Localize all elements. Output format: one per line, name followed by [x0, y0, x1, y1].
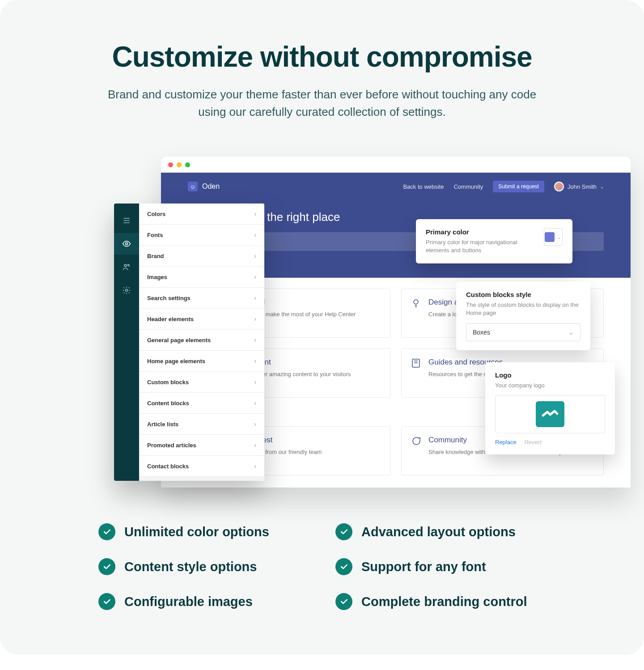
svg-point-4	[124, 264, 127, 267]
sidebar-item-label: Content blocks	[147, 400, 189, 407]
chevron-down-icon: ⌄	[557, 234, 561, 240]
lightbulb-icon	[411, 298, 421, 309]
sidebar-item-custom-blocks[interactable]: Custom blocks›	[139, 372, 264, 393]
logo-preview	[495, 395, 605, 433]
chevron-right-icon: ›	[254, 441, 256, 449]
sidebar-item-label: General page elements	[147, 337, 211, 343]
check-icon	[335, 558, 352, 575]
nav-back[interactable]: Back to website	[403, 183, 444, 190]
feature-item: Content style options	[98, 558, 309, 575]
feature-text: Content style options	[124, 560, 257, 574]
setting-title: Primary color	[426, 228, 537, 236]
chevron-right-icon: ›	[254, 252, 256, 259]
setting-title: Logo	[495, 371, 605, 379]
setting-desc: Your company logo	[495, 382, 605, 390]
sidebar-item-article-lists[interactable]: Article lists›	[139, 414, 264, 435]
chevron-right-icon: ›	[254, 357, 256, 365]
check-icon	[98, 523, 115, 540]
browser-chrome	[161, 157, 631, 173]
nav-community[interactable]: Community	[453, 183, 483, 190]
sidebar-item-label: Search settings	[147, 295, 191, 301]
rail-menu-icon[interactable]	[114, 210, 139, 231]
submit-request-button[interactable]: Submit a request	[493, 181, 544, 192]
check-icon	[98, 593, 115, 610]
svg-point-5	[128, 264, 129, 266]
check-icon	[335, 593, 352, 610]
color-picker-button[interactable]: ⌄	[544, 228, 563, 246]
select-value: Boxes	[473, 329, 490, 336]
sidebar-item-label: Article lists	[147, 421, 178, 428]
sidebar-item-label: Images	[147, 274, 167, 280]
svg-point-6	[126, 289, 128, 292]
sidebar-item-home-page-elements[interactable]: Home page elements›	[139, 351, 264, 372]
custom-blocks-select[interactable]: Boxes ⌄	[466, 323, 580, 341]
page-title: Customize without compromise	[45, 40, 599, 73]
sidebar-item-header-elements[interactable]: Header elements›	[139, 309, 264, 330]
sidebar-item-label: Brand	[147, 253, 164, 259]
settings-rail	[114, 204, 139, 481]
brand-logo-icon: ☺	[188, 182, 198, 191]
chevron-down-icon[interactable]: ⌄	[600, 184, 604, 189]
sidebar-item-content-blocks[interactable]: Content blocks›	[139, 393, 264, 414]
brand[interactable]: ☺ Oden	[188, 182, 220, 191]
sidebar-item-images[interactable]: Images›	[139, 267, 264, 288]
check-icon	[98, 558, 115, 575]
feature-item: Complete branding control	[335, 593, 546, 610]
feature-text: Configurable images	[124, 594, 253, 609]
sidebar-item-contact-blocks[interactable]: Contact blocks›	[139, 456, 264, 477]
chevron-right-icon: ›	[254, 420, 256, 428]
sidebar-item-search-settings[interactable]: Search settings›	[139, 288, 264, 309]
feature-text: Unlimited color options	[124, 525, 269, 539]
rail-eye-icon[interactable]	[114, 233, 139, 254]
rail-users-icon[interactable]	[114, 256, 139, 278]
feature-text: Complete branding control	[361, 594, 527, 609]
chevron-right-icon: ›	[254, 210, 256, 217]
book-icon	[411, 358, 421, 369]
custom-blocks-setting: Custom blocks style The style of custom …	[456, 282, 590, 350]
chevron-down-icon: ⌄	[568, 329, 574, 336]
chat-icon	[411, 436, 421, 446]
setting-desc: Primary color for major navigational ele…	[426, 238, 537, 254]
check-icon	[335, 523, 352, 540]
sidebar-item-brand[interactable]: Brand›	[139, 246, 264, 267]
sidebar-item-label: Header elements	[147, 316, 194, 322]
sidebar-item-promoted-articles[interactable]: Promoted articles›	[139, 435, 264, 456]
sidebar-item-label: Home page elements	[147, 358, 205, 365]
logo-setting: Logo Your company logo Replace Revert	[485, 362, 615, 454]
page-subtitle: Brand and customize your theme faster th…	[94, 86, 550, 121]
logo-replace-button[interactable]: Replace	[495, 439, 517, 445]
sidebar-item-general-page-elements[interactable]: General page elements›	[139, 330, 264, 351]
window-close-dot[interactable]	[168, 162, 173, 167]
setting-desc: The style of custom blocks to display on…	[466, 301, 580, 317]
avatar[interactable]	[554, 182, 564, 191]
window-minimize-dot[interactable]	[177, 162, 182, 167]
rail-gear-icon[interactable]	[114, 280, 139, 301]
primary-color-setting: Primary color Primary color for major na…	[416, 219, 572, 263]
chevron-right-icon: ›	[254, 462, 256, 470]
sidebar-item-fonts[interactable]: Fonts›	[139, 225, 264, 246]
user-name: John Smith	[568, 183, 597, 190]
sidebar-item-label: Colors	[147, 211, 165, 217]
sidebar-item-label: Contact blocks	[147, 463, 189, 470]
chevron-right-icon: ›	[254, 399, 256, 407]
color-swatch	[545, 232, 555, 242]
brand-name: Oden	[202, 182, 220, 191]
svg-point-0	[414, 300, 418, 304]
feature-text: Support for any font	[361, 560, 486, 574]
chevron-right-icon: ›	[254, 294, 256, 301]
settings-panel: Colors› Fonts› Brand› Images› Search set…	[139, 204, 264, 481]
window-maximize-dot[interactable]	[185, 162, 190, 167]
chevron-right-icon: ›	[254, 378, 256, 386]
sidebar-item-label: Custom blocks	[147, 379, 189, 386]
feature-item: Unlimited color options	[98, 523, 309, 540]
chevron-right-icon: ›	[254, 336, 256, 343]
logo-icon	[536, 401, 564, 427]
feature-item: Advanced layout options	[335, 523, 546, 540]
feature-item: Configurable images	[98, 593, 309, 610]
svg-rect-1	[412, 359, 419, 367]
feature-text: Advanced layout options	[361, 525, 516, 539]
chevron-right-icon: ›	[254, 273, 256, 280]
sidebar-item-colors[interactable]: Colors›	[139, 204, 264, 225]
logo-revert-button[interactable]: Revert	[525, 439, 542, 445]
chevron-right-icon: ›	[254, 315, 256, 322]
